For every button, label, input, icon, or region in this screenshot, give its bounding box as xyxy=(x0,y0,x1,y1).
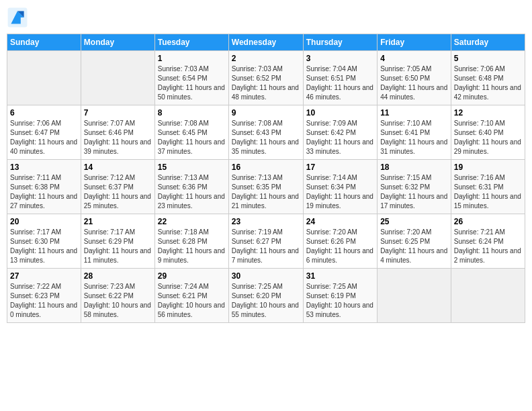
calendar-day-cell: 21Sunrise: 7:17 AMSunset: 6:29 PMDayligh… xyxy=(81,214,154,269)
calendar-day-cell: 11Sunrise: 7:10 AMSunset: 6:41 PMDayligh… xyxy=(378,105,451,160)
calendar-day-cell: 17Sunrise: 7:14 AMSunset: 6:34 PMDayligh… xyxy=(303,160,377,214)
calendar-table: SundayMondayTuesdayWednesdayThursdayFrid… xyxy=(7,34,525,323)
day-info: Sunrise: 7:04 AMSunset: 6:51 PMDaylight:… xyxy=(306,64,374,102)
calendar-day-cell: 2Sunrise: 7:03 AMSunset: 6:52 PMDaylight… xyxy=(228,51,303,105)
calendar-day-cell: 4Sunrise: 7:05 AMSunset: 6:50 PMDaylight… xyxy=(378,51,451,105)
day-info: Sunrise: 7:03 AMSunset: 6:54 PMDaylight:… xyxy=(158,64,226,102)
calendar-day-cell: 8Sunrise: 7:08 AMSunset: 6:45 PMDaylight… xyxy=(154,105,228,160)
day-number: 1 xyxy=(158,54,226,63)
calendar-week-row: 6Sunrise: 7:06 AMSunset: 6:47 PMDaylight… xyxy=(7,105,525,160)
day-number: 25 xyxy=(380,217,448,226)
day-number: 23 xyxy=(232,217,300,226)
calendar-week-row: 27Sunrise: 7:22 AMSunset: 6:23 PMDayligh… xyxy=(7,269,525,323)
day-of-week-header: Monday xyxy=(81,34,154,51)
calendar-day-cell: 26Sunrise: 7:21 AMSunset: 6:24 PMDayligh… xyxy=(451,214,525,269)
day-of-week-header: Tuesday xyxy=(154,34,228,51)
day-of-week-header: Friday xyxy=(378,34,451,51)
day-number: 16 xyxy=(232,163,300,172)
day-number: 2 xyxy=(232,54,300,63)
day-number: 4 xyxy=(380,54,448,63)
day-number: 9 xyxy=(232,108,300,118)
day-info: Sunrise: 7:11 AMSunset: 6:38 PMDaylight:… xyxy=(10,173,78,211)
calendar-day-cell xyxy=(378,269,451,323)
day-number: 19 xyxy=(454,163,522,172)
day-info: Sunrise: 7:13 AMSunset: 6:35 PMDaylight:… xyxy=(232,173,300,211)
logo xyxy=(7,7,31,28)
day-number: 20 xyxy=(10,217,78,226)
calendar-day-cell: 13Sunrise: 7:11 AMSunset: 6:38 PMDayligh… xyxy=(7,160,81,214)
calendar-day-cell xyxy=(451,269,525,323)
day-of-week-header: Sunday xyxy=(7,34,81,51)
calendar-day-cell: 20Sunrise: 7:17 AMSunset: 6:30 PMDayligh… xyxy=(7,214,81,269)
day-number: 18 xyxy=(380,163,448,172)
day-info: Sunrise: 7:08 AMSunset: 6:45 PMDaylight:… xyxy=(158,119,226,156)
day-info: Sunrise: 7:17 AMSunset: 6:29 PMDaylight:… xyxy=(84,228,152,265)
day-number: 8 xyxy=(158,108,226,118)
calendar-week-row: 20Sunrise: 7:17 AMSunset: 6:30 PMDayligh… xyxy=(7,214,525,269)
day-info: Sunrise: 7:07 AMSunset: 6:46 PMDaylight:… xyxy=(84,119,152,156)
day-number: 14 xyxy=(84,163,152,172)
page-header xyxy=(7,7,525,28)
day-info: Sunrise: 7:22 AMSunset: 6:23 PMDaylight:… xyxy=(10,282,78,320)
day-number: 12 xyxy=(454,108,522,118)
calendar-day-cell: 12Sunrise: 7:10 AMSunset: 6:40 PMDayligh… xyxy=(451,105,525,160)
calendar-day-cell: 22Sunrise: 7:18 AMSunset: 6:28 PMDayligh… xyxy=(154,214,228,269)
calendar-day-cell: 29Sunrise: 7:24 AMSunset: 6:21 PMDayligh… xyxy=(154,269,228,323)
calendar-day-cell: 7Sunrise: 7:07 AMSunset: 6:46 PMDaylight… xyxy=(81,105,154,160)
day-info: Sunrise: 7:10 AMSunset: 6:41 PMDaylight:… xyxy=(380,119,448,156)
calendar-day-cell: 25Sunrise: 7:20 AMSunset: 6:25 PMDayligh… xyxy=(378,214,451,269)
day-of-week-header: Saturday xyxy=(451,34,525,51)
day-number: 11 xyxy=(380,108,448,118)
day-info: Sunrise: 7:23 AMSunset: 6:22 PMDaylight:… xyxy=(84,282,152,320)
day-of-week-header: Thursday xyxy=(303,34,377,51)
calendar-day-cell: 1Sunrise: 7:03 AMSunset: 6:54 PMDaylight… xyxy=(154,51,228,105)
day-info: Sunrise: 7:12 AMSunset: 6:37 PMDaylight:… xyxy=(84,173,152,211)
calendar-day-cell: 9Sunrise: 7:08 AMSunset: 6:43 PMDaylight… xyxy=(228,105,303,160)
calendar-week-row: 13Sunrise: 7:11 AMSunset: 6:38 PMDayligh… xyxy=(7,160,525,214)
calendar-day-cell: 16Sunrise: 7:13 AMSunset: 6:35 PMDayligh… xyxy=(228,160,303,214)
day-number: 5 xyxy=(454,54,522,63)
day-number: 22 xyxy=(158,217,226,226)
calendar-day-cell: 24Sunrise: 7:20 AMSunset: 6:26 PMDayligh… xyxy=(303,214,377,269)
day-number: 26 xyxy=(454,217,522,226)
day-info: Sunrise: 7:10 AMSunset: 6:40 PMDaylight:… xyxy=(454,119,522,156)
calendar-day-cell: 3Sunrise: 7:04 AMSunset: 6:51 PMDaylight… xyxy=(303,51,377,105)
calendar-day-cell xyxy=(81,51,154,105)
day-number: 10 xyxy=(306,108,374,118)
day-info: Sunrise: 7:18 AMSunset: 6:28 PMDaylight:… xyxy=(158,228,226,265)
day-number: 29 xyxy=(158,271,226,281)
day-info: Sunrise: 7:17 AMSunset: 6:30 PMDaylight:… xyxy=(10,228,78,265)
day-number: 17 xyxy=(306,163,374,172)
day-info: Sunrise: 7:19 AMSunset: 6:27 PMDaylight:… xyxy=(232,228,300,265)
day-number: 30 xyxy=(232,271,300,281)
day-number: 21 xyxy=(84,217,152,226)
day-info: Sunrise: 7:05 AMSunset: 6:50 PMDaylight:… xyxy=(380,64,448,102)
calendar-day-cell: 18Sunrise: 7:15 AMSunset: 6:32 PMDayligh… xyxy=(378,160,451,214)
calendar-day-cell: 15Sunrise: 7:13 AMSunset: 6:36 PMDayligh… xyxy=(154,160,228,214)
day-number: 15 xyxy=(158,163,226,172)
day-number: 6 xyxy=(10,108,78,118)
day-info: Sunrise: 7:25 AMSunset: 6:20 PMDaylight:… xyxy=(232,282,300,320)
day-number: 28 xyxy=(84,271,152,281)
day-info: Sunrise: 7:24 AMSunset: 6:21 PMDaylight:… xyxy=(158,282,226,320)
calendar-day-cell: 31Sunrise: 7:25 AMSunset: 6:19 PMDayligh… xyxy=(303,269,377,323)
day-number: 7 xyxy=(84,108,152,118)
day-info: Sunrise: 7:08 AMSunset: 6:43 PMDaylight:… xyxy=(232,119,300,156)
calendar-day-cell: 14Sunrise: 7:12 AMSunset: 6:37 PMDayligh… xyxy=(81,160,154,214)
calendar-day-cell: 30Sunrise: 7:25 AMSunset: 6:20 PMDayligh… xyxy=(228,269,303,323)
day-info: Sunrise: 7:15 AMSunset: 6:32 PMDaylight:… xyxy=(380,173,448,211)
day-number: 24 xyxy=(306,217,374,226)
day-number: 13 xyxy=(10,163,78,172)
day-info: Sunrise: 7:21 AMSunset: 6:24 PMDaylight:… xyxy=(454,228,522,265)
calendar-day-cell: 28Sunrise: 7:23 AMSunset: 6:22 PMDayligh… xyxy=(81,269,154,323)
calendar-day-cell: 6Sunrise: 7:06 AMSunset: 6:47 PMDaylight… xyxy=(7,105,81,160)
calendar-week-row: 1Sunrise: 7:03 AMSunset: 6:54 PMDaylight… xyxy=(7,51,525,105)
calendar-day-cell: 19Sunrise: 7:16 AMSunset: 6:31 PMDayligh… xyxy=(451,160,525,214)
logo-icon xyxy=(7,7,28,28)
day-info: Sunrise: 7:06 AMSunset: 6:47 PMDaylight:… xyxy=(10,119,78,156)
day-number: 27 xyxy=(10,271,78,281)
calendar-header-row: SundayMondayTuesdayWednesdayThursdayFrid… xyxy=(7,34,525,51)
day-info: Sunrise: 7:09 AMSunset: 6:42 PMDaylight:… xyxy=(306,119,374,156)
day-info: Sunrise: 7:20 AMSunset: 6:26 PMDaylight:… xyxy=(306,228,374,265)
day-info: Sunrise: 7:20 AMSunset: 6:25 PMDaylight:… xyxy=(380,228,448,265)
